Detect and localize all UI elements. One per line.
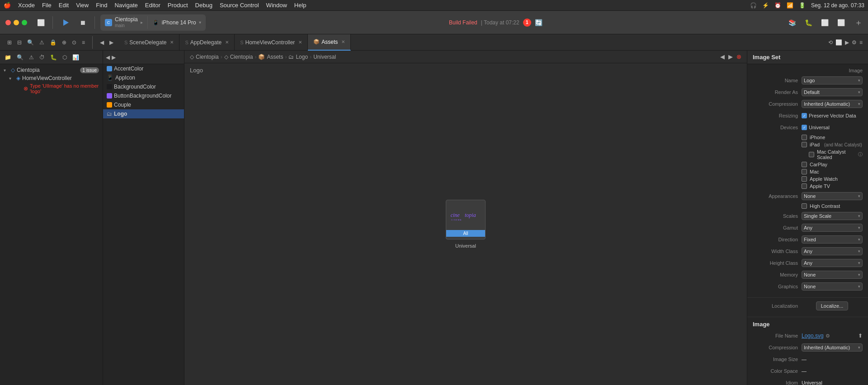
tab-scenedelegate[interactable]: S SceneDelegate ✕	[119, 34, 179, 51]
panel-right-button[interactable]: ⬜	[835, 16, 847, 29]
breadcrumb-assets[interactable]: 📦 Assets	[258, 54, 283, 60]
tab-search[interactable]: 🔍	[25, 38, 36, 47]
tab-extra[interactable]: ⊙	[70, 38, 78, 47]
xcode-menu[interactable]: Xcode	[18, 2, 35, 9]
high-contrast-checkbox[interactable]	[802, 203, 807, 209]
file-menu[interactable]: File	[42, 2, 52, 9]
universal-checkbox[interactable]: ✓	[802, 125, 807, 130]
apple-tv-checkbox[interactable]	[802, 183, 807, 189]
breadcrumb-cientopia2[interactable]: ◇ Cientopia	[224, 54, 253, 60]
file-name-value[interactable]: Logo.svg	[802, 333, 824, 339]
nav-forward-btn[interactable]: ▶	[112, 54, 116, 61]
width-class-select[interactable]: Any ▾	[802, 247, 863, 255]
error-badge[interactable]: 1	[523, 19, 531, 27]
localize-button[interactable]: Localize...	[816, 301, 849, 310]
tab-action-1[interactable]: ⟲	[828, 39, 833, 46]
name-select[interactable]: Logo ▾	[802, 76, 863, 85]
tab-add[interactable]: ⊕	[60, 38, 68, 47]
tab-assets[interactable]: 📦 Assets ✕	[308, 34, 351, 51]
sidebar-debug-icon[interactable]: 🐛	[48, 53, 59, 61]
nav-item-couple[interactable]: Couple	[103, 100, 184, 109]
window-menu[interactable]: Window	[266, 2, 287, 9]
sidebar-warning-icon[interactable]: ⚠	[27, 53, 36, 61]
tab-app-close[interactable]: ✕	[225, 40, 229, 45]
find-menu[interactable]: Find	[96, 2, 107, 9]
tab-extra2[interactable]: ≡	[80, 38, 87, 47]
mac-checkbox[interactable]	[802, 169, 807, 174]
run-button[interactable]	[58, 15, 73, 30]
asset-slot-universal[interactable]: cine topia CINEMA All	[446, 200, 486, 239]
debug-menu[interactable]: Debug	[195, 2, 212, 9]
tab-grid-toggle[interactable]: ⊟	[15, 38, 24, 47]
nav-item-appicon[interactable]: 📱 AppIcon	[103, 73, 184, 82]
debug-button[interactable]: 🐛	[802, 16, 815, 29]
file-action-btn[interactable]: ⬆	[858, 333, 863, 339]
tab-filter[interactable]: ⚠	[38, 38, 46, 47]
tab-action-2[interactable]: ⬜	[835, 39, 842, 46]
height-class-select[interactable]: Any ▾	[802, 259, 863, 267]
carplay-checkbox[interactable]	[802, 162, 807, 167]
scheme-selector[interactable]: C Cientopia main ▸ 📱 iPhone 14 Pro ▾	[100, 14, 206, 31]
tab-home-close[interactable]: ✕	[298, 40, 302, 45]
compression-select[interactable]: Inherited (Automatic) ▾	[802, 100, 863, 108]
file-settings-icon[interactable]: ⚙	[826, 333, 830, 339]
nav-back-btn[interactable]: ◀	[106, 54, 110, 61]
gamut-select[interactable]: Any ▾	[802, 224, 863, 232]
error-item[interactable]: ⊗ Type 'UIImage' has no member 'logo'	[0, 82, 103, 95]
product-menu[interactable]: Product	[168, 2, 188, 9]
sidebar-test-icon[interactable]: ⏱	[38, 53, 47, 61]
breadcrumb-nav-prev[interactable]: ◀	[720, 53, 725, 60]
source-control-menu[interactable]: Source Control	[220, 2, 259, 9]
scales-select[interactable]: Single Scale ▾	[802, 212, 863, 220]
target-homevc[interactable]: ▾ ◈ HomeViewController	[0, 74, 103, 82]
apple-menu[interactable]: 🍎	[4, 2, 11, 9]
apple-watch-checkbox[interactable]	[802, 176, 807, 182]
graphics-select[interactable]: None ▾	[802, 282, 863, 291]
tab-homevc[interactable]: S HomeViewController ✕	[235, 34, 308, 51]
tab-action-5[interactable]: ≡	[859, 39, 863, 46]
nav-forward[interactable]: ▶	[108, 38, 115, 47]
iphone-checkbox[interactable]	[802, 135, 807, 140]
breadcrumb-logo[interactable]: 🗂 Logo	[288, 54, 308, 60]
nav-item-logo[interactable]: 🗂 Logo	[103, 109, 184, 118]
add-button[interactable]: ＋	[854, 17, 863, 28]
image-compression-select[interactable]: Inherited (Automatic) ▾	[802, 343, 863, 352]
direction-select[interactable]: Fixed ▾	[802, 235, 863, 244]
sidebar-breakpoint-icon[interactable]: ⬡	[61, 53, 69, 61]
tab-action-4[interactable]: ⚙	[852, 39, 857, 46]
memory-select[interactable]: None ▾	[802, 271, 863, 279]
appearances-select[interactable]: None ▾	[802, 192, 863, 200]
nav-item-accentcolor[interactable]: AccentColor	[103, 64, 184, 73]
tab-action-3[interactable]: ▶	[845, 39, 849, 46]
sidebar-search-icon[interactable]: 🔍	[15, 53, 25, 61]
navigate-menu[interactable]: Navigate	[114, 2, 137, 9]
breadcrumb-universal[interactable]: Universal	[313, 54, 336, 60]
tab-more[interactable]: 🔒	[48, 38, 58, 47]
close-button[interactable]	[5, 20, 11, 25]
sidebar-folder-icon[interactable]: 📁	[3, 53, 13, 61]
sidebar-toggle[interactable]: ⊞	[5, 38, 14, 47]
tab-appdelegate[interactable]: S AppDelegate ✕	[179, 34, 235, 51]
mac-catalyst-info[interactable]: ⓘ	[858, 151, 863, 158]
breadcrumb-nav-next[interactable]: ▶	[728, 53, 733, 60]
view-menu[interactable]: View	[76, 2, 89, 9]
resizing-checkbox[interactable]: ✓	[802, 113, 807, 118]
tab-scene-close[interactable]: ✕	[170, 40, 174, 45]
render-select[interactable]: Default ▾	[802, 88, 863, 96]
edit-menu[interactable]: Edit	[59, 2, 69, 9]
ipad-checkbox[interactable]	[802, 142, 807, 147]
mac-catalyst-checkbox[interactable]	[809, 152, 814, 157]
project-root[interactable]: ▾ ◇ Cientopia 1 issue	[0, 66, 103, 74]
sidebar-toggle-button[interactable]: ⬜	[34, 16, 47, 29]
stop-button[interactable]: ⏹	[76, 16, 89, 29]
minimize-button[interactable]	[14, 20, 19, 25]
help-menu[interactable]: Help	[294, 2, 307, 9]
nav-item-backgroundcolor[interactable]: BackgroundColor	[103, 82, 184, 91]
sidebar-report-icon[interactable]: 📊	[71, 53, 81, 61]
nav-item-buttonbg[interactable]: ButtonBackgroundColor	[103, 91, 184, 100]
breadcrumb-cientopia1[interactable]: ◇ Cientopia	[190, 54, 219, 60]
breadcrumb-warning[interactable]: ⊗	[736, 53, 741, 60]
tab-assets-close[interactable]: ✕	[341, 39, 345, 44]
maximize-button[interactable]	[22, 20, 27, 25]
panel-left-button[interactable]: ⬜	[818, 16, 831, 29]
